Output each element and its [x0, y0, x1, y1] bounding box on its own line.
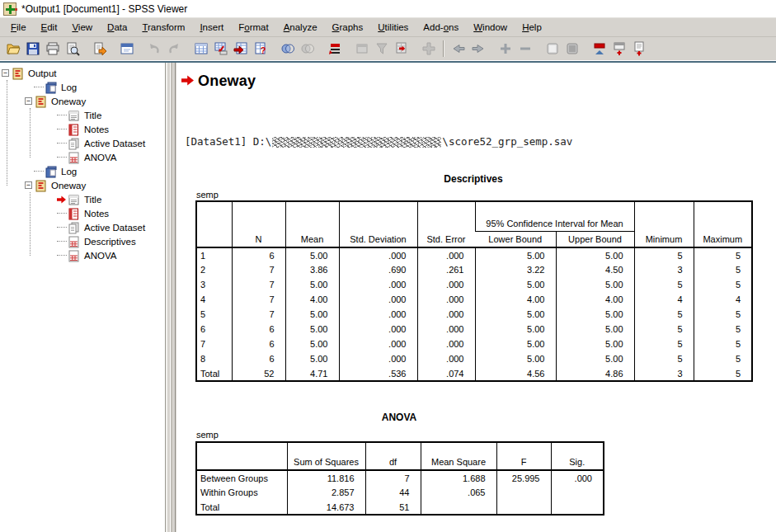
descriptives-table[interactable]: N Mean Std. Deviation Std. Error 95% Con… [195, 200, 753, 382]
outline-item-log[interactable]: Log [0, 164, 165, 178]
header-confidence-interval: 95% Confidence Interval for Mean [475, 201, 634, 231]
goto-case-button[interactable] [211, 40, 231, 59]
insert-page-break-button[interactable] [392, 40, 412, 59]
collapse-expander-icon[interactable] [25, 181, 32, 189]
designate-window-button[interactable] [352, 40, 372, 59]
collapse-expander-icon[interactable] [25, 97, 32, 105]
table-cell: .000 [417, 277, 475, 292]
recall-dialog-button[interactable] [117, 40, 137, 59]
use-variable-sets-button[interactable] [278, 40, 298, 59]
menu-analyze[interactable]: Analyze [276, 20, 325, 35]
header-lower-bound: Lower Bound [475, 231, 556, 247]
menu-transform[interactable]: Transform [134, 20, 192, 35]
outline-item-title[interactable]: Title [0, 108, 165, 122]
outline-item-descriptives[interactable]: Descriptives [0, 234, 165, 248]
find-button[interactable]: ? [251, 40, 270, 59]
oneway-heading-object[interactable]: Oneway [181, 73, 256, 90]
page-title: Oneway [198, 73, 256, 90]
outline-item-anova[interactable]: ANOVA [0, 248, 165, 262]
outline-item-active-dataset[interactable]: Active Dataset [0, 136, 165, 150]
print-button[interactable] [43, 40, 63, 59]
goto-data-button[interactable] [191, 40, 211, 59]
outline-item-label: Title [84, 195, 101, 205]
print-icon [45, 41, 60, 56]
collapse-expander-icon[interactable] [2, 69, 9, 77]
table-cell: 5.00 [556, 337, 634, 351]
menu-add-ons[interactable]: Add-ons [416, 20, 466, 35]
menu-edit[interactable]: Edit [34, 20, 65, 35]
panel-splitter[interactable] [166, 63, 176, 532]
menu-window[interactable]: Window [466, 20, 515, 35]
save-file-icon [26, 41, 40, 56]
goto-case-icon [214, 41, 228, 56]
open-file-icon [6, 41, 21, 56]
header-n: N [232, 201, 285, 247]
tree-connector [57, 227, 67, 228]
print-preview-button[interactable] [63, 40, 82, 59]
dataset-log-line[interactable]: [DataSet1] D:\\score52_grp_semp.sav [185, 135, 572, 148]
menu-graphs[interactable]: Graphs [325, 20, 371, 35]
outline-item-active-dataset[interactable]: Active Dataset [0, 220, 165, 234]
menu-insert[interactable]: Insert [192, 20, 231, 35]
designate-window-icon [355, 41, 369, 56]
outline-item-notes[interactable]: Notes [0, 206, 165, 220]
demote-outline-button[interactable] [468, 40, 488, 59]
menu-file[interactable]: File [3, 20, 34, 35]
outline-item-oneway[interactable]: Oneway [0, 178, 165, 192]
table-cell: 4.86 [556, 366, 634, 381]
toolbar-separator [443, 40, 444, 57]
expand-outline-button[interactable] [496, 40, 515, 59]
table-cell: .000 [417, 351, 475, 366]
table-cell: 5.00 [285, 307, 339, 322]
table-cell [551, 485, 604, 500]
table-cell: 5 [634, 322, 694, 337]
table-cell: 5.00 [475, 337, 556, 351]
insert-heading-button[interactable] [590, 40, 609, 59]
table-cell: .000 [339, 292, 417, 307]
promote-outline-button[interactable] [449, 40, 468, 59]
show-all-variables-button[interactable] [298, 40, 317, 59]
outline-item-notes[interactable]: Notes [0, 122, 165, 136]
redo-button[interactable] [164, 40, 184, 59]
table-row: 665.00.000.0005.005.0055 [196, 322, 752, 337]
table-cell: 6 [232, 337, 285, 351]
anova-table[interactable]: Sum of Squares df Mean Square F Sig. Bet… [195, 441, 604, 516]
undo-icon [147, 41, 162, 56]
table-cell: 5.00 [556, 351, 634, 366]
outline-item-log[interactable]: Log [0, 80, 165, 94]
anova-variable-label: semp [196, 430, 219, 440]
select-last-output-button[interactable] [325, 40, 345, 59]
output-book-icon [34, 179, 48, 192]
menu-utilities[interactable]: Utilities [370, 20, 416, 35]
table-cell: .000 [339, 277, 417, 292]
table-cell: 5.00 [556, 277, 634, 292]
outline-item-anova[interactable]: ANOVA [0, 150, 165, 164]
table-cell: 4.00 [556, 292, 634, 307]
outline-item-output[interactable]: Output [0, 66, 165, 80]
save-file-button[interactable] [23, 40, 43, 59]
open-file-button[interactable] [3, 40, 23, 59]
variables-button[interactable] [231, 40, 251, 59]
dataset-path-suffix: \score52_grp_semp.sav [442, 135, 572, 148]
table-cell: 5 [634, 337, 694, 351]
table-cell: .690 [339, 262, 417, 277]
export-output-button[interactable] [90, 40, 110, 59]
collapse-outline-button[interactable] [515, 40, 535, 59]
dataset-path-prefix: [DataSet1] D:\ [185, 135, 271, 148]
insert-new-title-button[interactable] [609, 40, 629, 59]
outline-item-title[interactable]: Title [0, 192, 165, 206]
insert-new-text-button[interactable] [629, 40, 649, 59]
menu-help[interactable]: Help [515, 20, 549, 35]
menu-view[interactable]: View [64, 20, 100, 35]
menu-format[interactable]: Format [231, 20, 275, 35]
menu-data[interactable]: Data [100, 20, 134, 35]
outline-item-oneway[interactable]: Oneway [0, 94, 165, 108]
undo-button[interactable] [144, 40, 164, 59]
show-results-button[interactable] [372, 40, 392, 59]
hide-outline-item-button[interactable] [562, 40, 582, 59]
clear-page-breaks-button[interactable] [419, 40, 439, 59]
table-cell: .000 [339, 322, 417, 337]
show-outline-item-icon [545, 41, 560, 56]
dataset-page-icon [67, 221, 81, 234]
show-outline-item-button[interactable] [543, 40, 562, 59]
